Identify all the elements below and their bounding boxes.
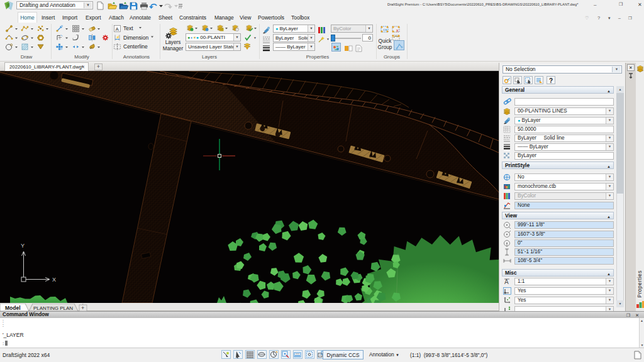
svg-text:Layers: Layers <box>165 40 181 45</box>
svg-text:x: x <box>396 28 399 33</box>
svg-text:PLANTING PLAN: PLANTING PLAN <box>33 305 73 311</box>
svg-text:⚡: ⚡ <box>116 35 120 40</box>
svg-text:Model: Model <box>5 305 21 311</box>
svg-text:Dimension: Dimension <box>123 35 148 41</box>
svg-text:X: X <box>52 277 56 283</box>
svg-text:Text: Text <box>123 25 133 31</box>
svg-text:A: A <box>116 26 119 32</box>
svg-text:Y: Y <box>21 243 25 249</box>
svg-text:Manager: Manager <box>163 46 184 52</box>
svg-text:A: A <box>504 278 509 285</box>
svg-text:Centerline: Centerline <box>123 43 148 50</box>
svg-text:+: + <box>81 305 84 311</box>
svg-text:?: ? <box>549 77 553 84</box>
svg-text:ca: ca <box>383 28 387 31</box>
